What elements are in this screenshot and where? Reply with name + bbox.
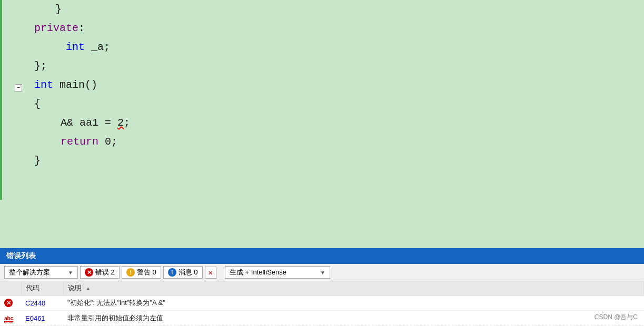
row-desc-cell: "初始化": 无法从"int"转换为"A &" — [63, 296, 644, 311]
code-content: } — [29, 0, 644, 19]
code-text: main() — [53, 79, 97, 91]
code-content: }; — [29, 57, 644, 76]
code-line: { — [0, 95, 644, 114]
code-keyword: return — [61, 136, 98, 148]
warning-label: 警告 0 — [137, 268, 156, 277]
code-content: private: — [29, 19, 644, 38]
error-row-icon: ✕ — [4, 299, 13, 307]
error-table: 代码 说明 ▲ ✕ C2440 "初始化": 无法从"int"转换为"A &" … — [0, 281, 644, 326]
code-text: { — [34, 98, 41, 110]
code-content: A& aa1 = 2; — [29, 114, 644, 133]
error-panel-title: 错误列表 — [6, 251, 36, 260]
sort-asc-icon: ▲ — [85, 286, 91, 291]
code-text: private — [34, 22, 78, 34]
collapse-icon[interactable]: − — [15, 84, 22, 91]
code-line: private: — [0, 19, 644, 38]
code-text: A& aa1 = — [61, 117, 117, 129]
filter-x-icon: ✕ — [209, 268, 213, 277]
code-content: { — [29, 95, 644, 114]
row-desc-cell: 非常量引用的初始值必须为左值 — [63, 311, 644, 326]
table-row[interactable]: abc E0461 非常量引用的初始值必须为左值 — [0, 311, 644, 326]
code-content: int _a; — [29, 38, 644, 57]
abc-row-icon: abc — [4, 316, 13, 322]
code-line: } — [0, 0, 644, 19]
code-line: }; — [0, 57, 644, 76]
code-text: } — [34, 155, 41, 167]
code-semicolon: ; — [124, 117, 130, 129]
code-content: return 0; — [29, 133, 644, 151]
watermark: CSDN @吾与C — [595, 313, 638, 322]
error-circle-icon: ✕ — [85, 268, 93, 277]
error-panel-header: 错误列表 — [0, 248, 644, 264]
code-editor: } private: int _a; }; − int main() — [0, 0, 644, 200]
code-line: int _a; — [0, 38, 644, 57]
table-header-row: 代码 说明 ▲ — [0, 281, 644, 296]
col-description: 说明 ▲ — [63, 281, 644, 296]
error-toolbar: 整个解决方案 ▼ ✕ 错误 2 ! 警告 0 i 消息 0 ✕ 生成 + Int… — [0, 264, 644, 281]
table-row[interactable]: ✕ C2440 "初始化": 无法从"int"转换为"A &" — [0, 296, 644, 311]
error-panel: 错误列表 整个解决方案 ▼ ✕ 错误 2 ! 警告 0 i 消息 0 ✕ 生成 … — [0, 248, 644, 326]
chevron-down-icon: ▼ — [320, 270, 325, 276]
code-content: } — [29, 151, 644, 170]
code-line: − int main() — [0, 76, 644, 95]
code-text: }; — [34, 60, 47, 72]
scope-dropdown[interactable]: 整个解决方案 ▼ — [4, 266, 78, 279]
error-label: 错误 2 — [95, 268, 115, 277]
row-code-cell: E0461 — [21, 311, 63, 326]
code-text: } — [34, 3, 62, 15]
code-line: } — [0, 151, 644, 170]
error-code: E0461 — [25, 314, 45, 322]
error-code: C2440 — [25, 299, 45, 307]
error-description: "初始化": 无法从"int"转换为"A &" — [67, 299, 165, 307]
code-line: return 0; — [0, 133, 644, 151]
intellisense-dropdown[interactable]: 生成 + IntelliSense ▼ — [225, 266, 330, 279]
code-keyword: int — [34, 79, 53, 91]
code-text: _a; — [85, 41, 110, 53]
error-description: 非常量引用的初始值必须为左值 — [67, 314, 163, 322]
warning-triangle-icon: ! — [126, 268, 135, 277]
row-code-cell: C2440 — [21, 296, 63, 311]
row-icon-cell: abc — [0, 311, 21, 326]
code-line: A& aa1 = 2; — [0, 114, 644, 133]
warning-count-button[interactable]: ! 警告 0 — [122, 266, 161, 279]
code-colon: : — [78, 22, 85, 34]
code-text: 0; — [98, 136, 117, 148]
info-label: 消息 0 — [179, 268, 198, 277]
scope-label: 整个解决方案 — [9, 268, 50, 277]
info-circle-icon: i — [168, 268, 176, 277]
error-value: 2 — [117, 117, 124, 129]
col-icon — [0, 281, 21, 296]
chevron-down-icon: ▼ — [68, 270, 73, 276]
col-code: 代码 — [21, 281, 63, 296]
code-content: int main() — [29, 76, 644, 95]
error-count-button[interactable]: ✕ 错误 2 — [80, 266, 120, 279]
info-count-button[interactable]: i 消息 0 — [163, 266, 203, 279]
code-keyword: int — [66, 41, 85, 53]
row-icon-cell: ✕ — [0, 296, 21, 311]
error-table-body: ✕ C2440 "初始化": 无法从"int"转换为"A &" abc E046… — [0, 296, 644, 326]
filter-button[interactable]: ✕ — [205, 267, 216, 279]
intellisense-label: 生成 + IntelliSense — [230, 268, 286, 277]
